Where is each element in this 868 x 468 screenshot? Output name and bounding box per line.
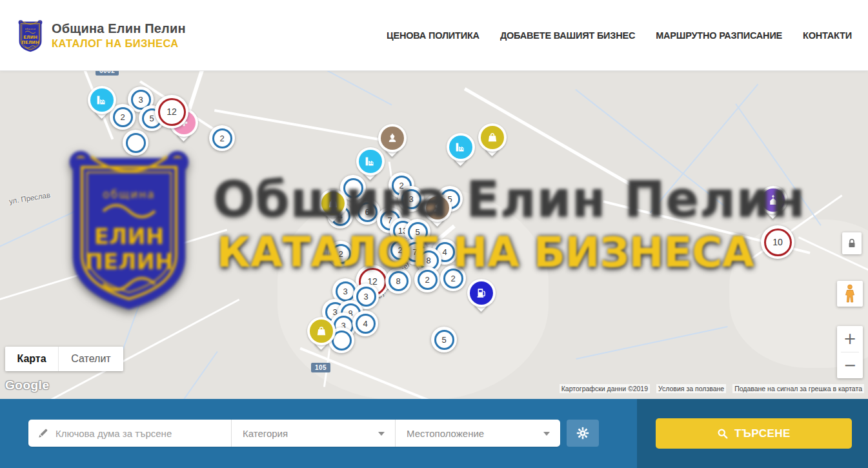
- map-attribution: Картографски данни ©2019Условия за ползв…: [560, 384, 864, 393]
- svg-text:ЕЛИН: ЕЛИН: [94, 223, 164, 249]
- nav-item[interactable]: ДОБАВЕТЕ ВАШИЯТ БИЗНЕС: [500, 30, 635, 41]
- zoom-out-button[interactable]: −: [837, 352, 863, 378]
- map-type-map-button[interactable]: Карта: [5, 347, 58, 371]
- pin-factory[interactable]: [87, 86, 117, 125]
- nav-item[interactable]: ЦЕНОВА ПОЛИТИКА: [387, 30, 479, 41]
- pin-fuel[interactable]: [467, 279, 496, 318]
- chevron-down-icon: [543, 432, 550, 436]
- pin-factory[interactable]: [446, 133, 476, 172]
- cluster-marker[interactable]: 2: [209, 125, 235, 151]
- svg-text:ЕЛИН: ЕЛИН: [23, 35, 37, 40]
- attribution-text: Картографски данни ©2019: [560, 384, 650, 393]
- street-view-lock-button[interactable]: [842, 232, 862, 254]
- site-title: Община Елин Пелин: [52, 21, 186, 36]
- cluster-marker[interactable]: 4: [352, 310, 378, 336]
- svg-text:ПЕЛИН: ПЕЛИН: [21, 40, 39, 45]
- nav-item[interactable]: МАРШРУТНО РАЗПИСАНИЕ: [656, 30, 782, 41]
- location-select[interactable]: Местоположение: [396, 420, 560, 447]
- svg-text:ПЕЛИН: ПЕЛИН: [85, 249, 174, 274]
- municipality-logo: община ЕЛИН ПЕЛИН: [15, 17, 45, 54]
- map-canvas[interactable]: 6002105ул. Преславбул. „Новосел 32512223…: [0, 71, 868, 399]
- cluster-marker[interactable]: 10: [761, 225, 794, 259]
- attribution-link[interactable]: Условия за ползване: [656, 384, 726, 393]
- pegman-icon: [843, 284, 857, 303]
- main-nav: ЦЕНОВА ПОЛИТИКАДОБАВЕТЕ ВАШИЯТ БИЗНЕСМАР…: [387, 0, 852, 71]
- pegman-button[interactable]: [837, 281, 863, 307]
- search-input-group: Категория Местоположение: [28, 420, 560, 447]
- search-icon: [717, 428, 728, 439]
- pin-bag[interactable]: [307, 317, 336, 356]
- map-type-satellite-button[interactable]: Сателит: [58, 347, 123, 371]
- lock-icon: [847, 238, 856, 249]
- gear-icon: [576, 426, 590, 440]
- watermark-subtitle: КАТАЛОГ НА БИЗНЕСА: [217, 229, 754, 276]
- category-select-value: Категория: [232, 428, 288, 439]
- category-select[interactable]: Категория: [232, 420, 396, 447]
- zoom-in-button[interactable]: +: [837, 326, 863, 352]
- brand[interactable]: община ЕЛИН ПЕЛИН Община Елин Пелин КАТА…: [15, 17, 186, 54]
- pin-worker[interactable]: [378, 124, 407, 163]
- keyword-search-input[interactable]: [56, 428, 231, 439]
- location-select-value: Местоположение: [396, 428, 484, 439]
- svg-text:община: община: [25, 28, 35, 30]
- attribution-link[interactable]: Подаване на сигнал за грешка в картата: [732, 384, 864, 393]
- cluster-marker[interactable]: 12: [155, 95, 188, 128]
- nav-item[interactable]: КОНТАКТИ: [803, 30, 852, 41]
- map-type-control: Карта Сателит: [5, 347, 123, 371]
- watermark-title: Община Елин Пелин: [213, 170, 806, 228]
- search-button[interactable]: ТЪРСЕНЕ: [656, 418, 852, 449]
- cluster-marker[interactable]: 5: [431, 327, 457, 352]
- search-bar: Категория Местоположение: [0, 399, 868, 468]
- search-button-label: ТЪРСЕНЕ: [734, 427, 791, 440]
- zoom-control: + −: [837, 326, 863, 378]
- pin-bag[interactable]: [478, 123, 507, 162]
- pencil-icon: [28, 427, 56, 439]
- chevron-down-icon: [378, 432, 385, 436]
- site-subtitle: КАТАЛОГ НА БИЗНЕСА: [52, 37, 186, 50]
- header: община ЕЛИН ПЕЛИН Община Елин Пелин КАТА…: [0, 0, 868, 71]
- google-logo[interactable]: Google: [5, 378, 49, 392]
- keyword-section[interactable]: [28, 420, 232, 447]
- svg-text:община: община: [103, 188, 155, 201]
- advanced-settings-button[interactable]: [567, 420, 599, 447]
- watermark-municipality-logo: община ЕЛИН ПЕЛИН: [55, 139, 203, 316]
